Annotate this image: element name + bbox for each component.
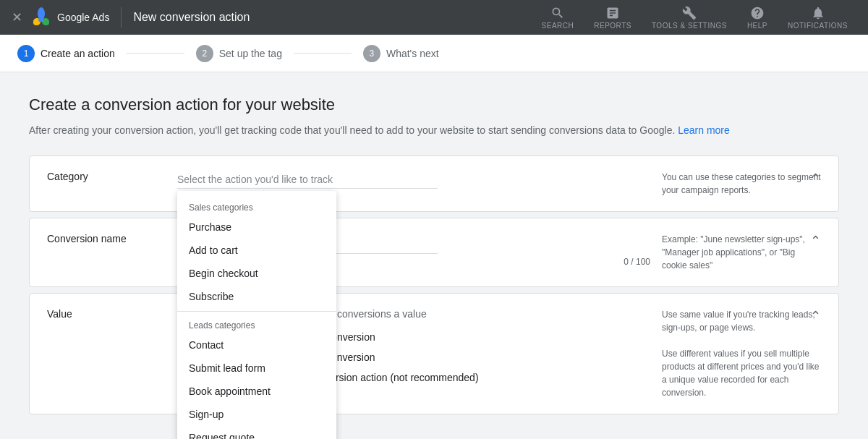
- nav-divider: [121, 7, 122, 27]
- reports-nav-button[interactable]: REPORTS: [585, 3, 640, 33]
- step-3: 3 What's next: [363, 45, 439, 62]
- google-ads-logo: Google Ads: [31, 7, 109, 27]
- category-side-note: You can use these categories to segment …: [662, 171, 821, 197]
- google-ads-text: Google Ads: [57, 12, 109, 23]
- notifications-nav-button[interactable]: NOTIFICATIONS: [779, 3, 856, 33]
- category-header: Category Select the action you'd like to…: [30, 156, 838, 211]
- step-connector-1: [127, 53, 184, 54]
- value-header: Value Optimize your advertising by givin…: [30, 294, 838, 414]
- dropdown-item-book-appointment[interactable]: Book appointment: [177, 380, 336, 403]
- search-nav-button[interactable]: SEARCH: [533, 3, 583, 33]
- category-select[interactable]: Select the action you'd like to track: [177, 171, 438, 189]
- nav-left: ✕ Google Ads New conversion action: [12, 7, 533, 27]
- notifications-nav-label: NOTIFICATIONS: [788, 22, 848, 30]
- category-select-area: Select the action you'd like to track Sa…: [177, 171, 650, 189]
- dropdown-item-sign-up[interactable]: Sign-up: [177, 403, 336, 426]
- step-1-label: Create an action: [41, 48, 115, 59]
- step-connector-2: [294, 53, 352, 54]
- reports-nav-label: REPORTS: [594, 22, 631, 30]
- dropdown-item-submit-lead-form[interactable]: Submit lead form: [177, 357, 336, 380]
- tools-nav-label: TOOLS & SETTINGS: [652, 22, 727, 30]
- step-1: 1 Create an action: [17, 45, 115, 62]
- category-content: Select the action you'd like to track Sa…: [177, 171, 650, 189]
- svg-point-5: [43, 20, 49, 25]
- tools-icon: [682, 6, 697, 20]
- step-2-circle: 2: [196, 45, 213, 62]
- page-heading: Create a conversion action for your webs…: [29, 95, 839, 114]
- google-ads-logo-icon: [31, 7, 51, 27]
- conversion-name-side-note: Example: "June newsletter sign-ups", "Ma…: [662, 233, 821, 272]
- page-description: After creating your conversion action, y…: [29, 123, 839, 138]
- value-label: Value: [47, 308, 177, 320]
- learn-more-link[interactable]: Learn more: [678, 124, 730, 136]
- step-2-label: Set up the tag: [219, 48, 282, 59]
- notifications-icon: [811, 6, 825, 20]
- search-nav-label: SEARCH: [542, 22, 574, 30]
- close-button[interactable]: ✕: [12, 9, 22, 25]
- category-section: Category Select the action you'd like to…: [29, 155, 839, 212]
- step-2: 2 Set up the tag: [196, 45, 282, 62]
- top-navigation: ✕ Google Ads New conversion action SEARC…: [0, 0, 868, 35]
- stepper-bar: 1 Create an action 2 Set up the tag 3 Wh…: [0, 35, 868, 72]
- sales-categories-label: Sales categories: [177, 197, 336, 216]
- help-icon: [750, 6, 765, 20]
- help-nav-label: HELP: [747, 22, 767, 30]
- nav-right: SEARCH REPORTS TOOLS & SETTINGS HELP NOT…: [533, 3, 856, 33]
- leads-categories-label: Leads categories: [177, 315, 336, 333]
- conversion-name-label: Conversion name: [47, 233, 177, 244]
- dropdown-divider: [177, 311, 336, 312]
- category-dropdown: Sales categories Purchase Add to cart Be…: [177, 191, 336, 439]
- conversion-name-section: Conversion name 0 / 100 Example: "June n…: [29, 218, 839, 287]
- conversion-name-header: Conversion name 0 / 100 Example: "June n…: [30, 218, 838, 286]
- stepper: 1 Create an action 2 Set up the tag 3 Wh…: [17, 45, 439, 62]
- reports-icon: [605, 6, 620, 20]
- dropdown-item-add-to-cart[interactable]: Add to cart: [177, 239, 336, 262]
- step-1-circle: 1: [17, 45, 35, 62]
- dropdown-item-subscribe[interactable]: Subscribe: [177, 285, 336, 308]
- step-3-label: What's next: [386, 48, 439, 59]
- search-icon: [550, 6, 565, 20]
- dropdown-item-contact[interactable]: Contact: [177, 333, 336, 357]
- tools-nav-button[interactable]: TOOLS & SETTINGS: [643, 3, 736, 33]
- category-toggle[interactable]: ⌃: [810, 171, 821, 187]
- step-3-circle: 3: [363, 45, 380, 62]
- main-content: Create a conversion action for your webs…: [0, 72, 868, 439]
- category-label: Category: [47, 171, 177, 182]
- dropdown-item-purchase[interactable]: Purchase: [177, 216, 336, 239]
- conversion-name-toggle[interactable]: ⌃: [810, 233, 821, 249]
- help-nav-button[interactable]: HELP: [739, 3, 776, 33]
- dropdown-item-request-quote[interactable]: Request quote: [177, 426, 336, 439]
- svg-point-4: [33, 20, 39, 25]
- page-title: New conversion action: [133, 11, 250, 24]
- dropdown-item-begin-checkout[interactable]: Begin checkout: [177, 262, 336, 285]
- value-toggle[interactable]: ⌃: [810, 308, 821, 324]
- value-section: Value Optimize your advertising by givin…: [29, 293, 839, 414]
- value-side-note: Use same value if you're tracking leads,…: [662, 308, 821, 399]
